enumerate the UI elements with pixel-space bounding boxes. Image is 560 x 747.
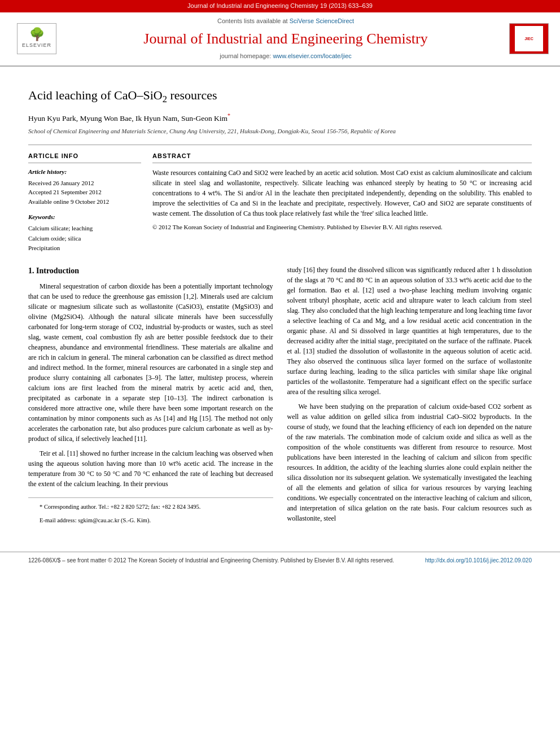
title-sub2: 2	[163, 94, 167, 104]
author-star: *	[228, 112, 230, 119]
authors-names: Hyun Kyu Park, Myung Won Bae, Ik Hyun Na…	[28, 113, 228, 122]
abstract-text: Waste resources containing CaO and SiO2 …	[152, 168, 532, 219]
section1-title: Introduction	[36, 267, 79, 275]
footer-bar: 1226-086X/$ – see front matter © 2012 Th…	[0, 552, 560, 570]
contents-available-line: Contents lists available at SciVerse Sci…	[62, 17, 509, 26]
article-info-abstract: ARTICLE INFO Article history: Received 2…	[28, 145, 532, 254]
main-content: Acid leaching of CaO–SiO2 resources Hyun…	[0, 67, 560, 541]
journal-logo-inner: JIEC	[515, 26, 543, 51]
sciverse-link[interactable]: SciVerse ScienceDirect	[290, 18, 354, 24]
homepage-label-text: journal homepage:	[220, 53, 273, 59]
keyword-1: Calcium silicate; leaching	[28, 224, 141, 234]
keywords-label: Keywords:	[28, 213, 141, 222]
elsevier-logo: 🌳 ELSEVIER	[11, 23, 62, 54]
article-info-panel: ARTICLE INFO Article history: Received 2…	[28, 152, 141, 254]
footnote-section: * Corresponding author. Tel.: +82 2 820 …	[28, 497, 273, 525]
journal-right-logo: JIEC	[509, 23, 549, 54]
homepage-link[interactable]: www.elsevier.com/locate/jiec	[273, 53, 351, 59]
journal-logo-text: JIEC	[524, 36, 533, 42]
top-banner: 🌳 ELSEVIER Contents lists available at S…	[0, 12, 560, 67]
contents-text: Contents lists available at	[217, 18, 290, 24]
section1-para4: We have been studying on the preparation…	[287, 401, 532, 523]
section1-number: 1.	[28, 267, 34, 275]
elsevier-logo-box: 🌳 ELSEVIER	[17, 23, 56, 54]
available-date: Available online 9 October 2012	[28, 197, 141, 207]
footnote-corresponding: * Corresponding author. Tel.: +82 2 820 …	[28, 503, 273, 512]
journal-citation: Journal of Industrial and Engineering Ch…	[187, 2, 373, 9]
accepted-date: Accepted 21 September 2012	[28, 187, 141, 197]
footnote-email: E-mail address: sgkim@cau.ac.kr (S.-G. K…	[28, 516, 273, 525]
history-label: Article history:	[28, 168, 141, 177]
title-suffix: resources	[167, 88, 217, 102]
received-date: Received 26 January 2012	[28, 178, 141, 188]
article-title-text: Acid leaching of CaO–SiO	[28, 88, 163, 102]
abstract-panel: ABSTRACT Waste resources containing CaO …	[152, 152, 532, 254]
section1-para1: Mineral sequestration of carbon dioxide …	[28, 281, 273, 444]
doi-link[interactable]: http://dx.doi.org/10.1016/j.jiec.2012.09…	[425, 557, 532, 563]
section1-heading: 1. Introduction	[28, 265, 273, 277]
keywords-list: Calcium silicate; leaching Calcium oxide…	[28, 224, 141, 254]
section1-para2: Teir et al. [11] showed no further incre…	[28, 448, 273, 489]
elsevier-tree-icon: 🌳	[29, 28, 45, 41]
article-title: Acid leaching of CaO–SiO2 resources	[28, 86, 532, 106]
affiliation: School of Chemical Engineering and Mater…	[28, 127, 532, 136]
elsevier-text: ELSEVIER	[22, 42, 51, 49]
body-left-col: 1. Introduction Mineral sequestration of…	[28, 265, 273, 530]
footer-doi: http://dx.doi.org/10.1016/j.jiec.2012.09…	[425, 557, 532, 565]
article-info-header: ARTICLE INFO	[28, 152, 141, 163]
journal-banner-center: Contents lists available at SciVerse Sci…	[62, 17, 509, 61]
body-right-col: study [16] they found the dissolved sili…	[287, 265, 532, 530]
keyword-3: Precipitation	[28, 243, 141, 254]
body-section: 1. Introduction Mineral sequestration of…	[28, 265, 532, 530]
journal-title: Journal of Industrial and Engineering Ch…	[62, 28, 509, 50]
authors-line: Hyun Kyu Park, Myung Won Bae, Ik Hyun Na…	[28, 112, 532, 124]
journal-homepage: journal homepage: www.elsevier.com/locat…	[62, 52, 509, 61]
journal-header-bar: Journal of Industrial and Engineering Ch…	[0, 0, 560, 12]
copyright-line: © 2012 The Korean Society of Industrial …	[152, 223, 532, 231]
section1-para3: study [16] they found the dissolved sili…	[287, 265, 532, 397]
footer-issn: 1226-086X/$ – see front matter © 2012 Th…	[28, 557, 394, 565]
abstract-body: Waste resources containing CaO and SiO2 …	[152, 169, 532, 217]
keyword-2: Calcium oxide; silica	[28, 234, 141, 244]
abstract-header: ABSTRACT	[152, 152, 532, 163]
